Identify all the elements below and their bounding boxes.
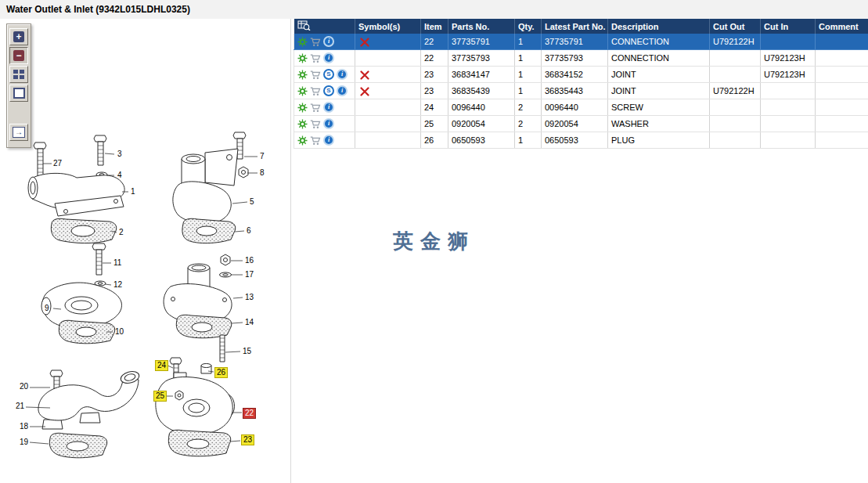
cell-qty: 2 [515, 99, 542, 116]
callout-14[interactable]: 14 [243, 318, 255, 327]
callout-12[interactable]: 12 [112, 280, 124, 290]
info-icon[interactable]: i [323, 102, 334, 113]
cell-parts-no: 0650593 [448, 132, 515, 149]
cell-description: JOINT [608, 83, 710, 99]
column-header-item[interactable]: Item [421, 19, 448, 34]
info-icon[interactable]: i [323, 118, 334, 129]
callout-10[interactable]: 10 [113, 327, 125, 337]
parts-table: Symbol(s)ItemParts No.Qty.Latest Part No… [294, 19, 868, 149]
s-badge-icon[interactable]: S [323, 85, 334, 96]
callout-7[interactable]: 7 [258, 152, 266, 161]
assembly-inlet-2 [164, 254, 232, 362]
table-row[interactable]: Si2336835439136835443JOINTU792122H [294, 83, 868, 99]
cart-icon[interactable] [310, 53, 321, 63]
callout-15[interactable]: 15 [241, 347, 253, 356]
table-row[interactable]: Si2336834147136834152JOINTU792123H [294, 67, 868, 83]
cell-comment [816, 50, 868, 67]
cell-latest-part-no: 37735793 [542, 50, 608, 67]
callout-19[interactable]: 19 [18, 438, 30, 447]
table-row[interactable]: i26065059310650593PLUG [294, 132, 868, 149]
table-row[interactable]: i2237735791137735791CONNECTIONU792122H [294, 34, 868, 50]
gear-icon[interactable] [297, 135, 308, 146]
cell-parts-no: 36834147 [448, 67, 515, 83]
callout-27[interactable]: 27 [52, 159, 63, 168]
row-actions: i [294, 116, 355, 132]
row-actions: Si [294, 67, 355, 83]
cell-cut-in [761, 116, 816, 132]
callout-6[interactable]: 6 [245, 226, 253, 236]
callout-1[interactable]: 1 [129, 187, 137, 196]
table-row[interactable]: i24009644020096440SCREW [294, 99, 868, 116]
callout-13[interactable]: 13 [243, 293, 255, 302]
callout-21[interactable]: 21 [14, 402, 26, 411]
cell-cut-out [710, 116, 761, 132]
s-badge-icon[interactable]: S [323, 69, 334, 80]
callout-5[interactable]: 5 [248, 197, 256, 207]
callout-24[interactable]: 24 [155, 360, 168, 371]
column-header-latest-part-no[interactable]: Latest Part No. [542, 19, 608, 34]
callout-4[interactable]: 4 [116, 171, 124, 180]
gear-icon[interactable] [297, 86, 308, 96]
cell-symbol [355, 99, 421, 116]
toggle-list-button[interactable]: → [9, 124, 28, 141]
cell-description: JOINT [608, 67, 710, 83]
column-header-description[interactable]: Description [608, 19, 710, 34]
info-icon[interactable]: i [337, 85, 348, 96]
callout-16[interactable]: 16 [243, 256, 255, 265]
column-header-qty[interactable]: Qty. [515, 19, 542, 34]
callout-25[interactable]: 25 [153, 391, 167, 402]
cell-qty: 2 [515, 116, 542, 132]
cell-description: PLUG [608, 132, 710, 149]
table-row[interactable]: i2237735793137735793CONNECTIONU792123H [294, 50, 868, 67]
callout-23[interactable]: 23 [241, 434, 254, 445]
watermark: 英金狮 [393, 228, 475, 255]
cart-icon[interactable] [310, 135, 321, 146]
diagram-panel[interactable]: 2734127856111291016171314152021181924262… [0, 19, 291, 483]
gear-icon[interactable] [297, 103, 308, 113]
info-icon[interactable]: i [323, 135, 334, 146]
cell-cut-in [761, 83, 816, 99]
callout-17[interactable]: 17 [243, 270, 255, 279]
cart-icon[interactable] [310, 119, 321, 129]
callout-26[interactable]: 26 [214, 367, 228, 378]
cell-qty: 1 [515, 132, 542, 149]
column-header-comment[interactable]: Comment [816, 19, 868, 34]
callout-18[interactable]: 18 [18, 422, 30, 431]
gear-icon[interactable] [297, 37, 308, 47]
callout-11[interactable]: 11 [112, 258, 123, 268]
gear-icon[interactable] [297, 53, 308, 63]
callout-20[interactable]: 20 [18, 382, 30, 391]
column-header-parts-no[interactable]: Parts No. [448, 19, 515, 34]
fit-icon [13, 88, 25, 99]
column-header-cut-out[interactable]: Cut Out [710, 19, 761, 34]
superseded-x-icon [360, 70, 369, 80]
cell-latest-part-no: 0096440 [542, 99, 608, 116]
callout-9[interactable]: 9 [43, 304, 51, 313]
callout-2[interactable]: 2 [117, 228, 125, 237]
fit-view-button[interactable] [9, 85, 28, 102]
zoom-out-button[interactable]: − [9, 47, 28, 64]
table-row[interactable]: i25092005420920054WASHER [294, 116, 868, 132]
column-header-symbol-s[interactable]: Symbol(s) [355, 19, 421, 34]
info-icon[interactable]: i [323, 52, 334, 63]
callout-8[interactable]: 8 [258, 168, 266, 178]
zoom-in-button[interactable]: + [9, 28, 28, 45]
cart-icon[interactable] [310, 103, 321, 113]
callout-22[interactable]: 22 [243, 408, 256, 419]
info-icon[interactable]: i [337, 69, 348, 80]
tile-view-button[interactable] [9, 66, 28, 83]
cart-icon[interactable] [310, 86, 321, 96]
cart-icon[interactable] [310, 37, 321, 47]
cell-comment [816, 99, 868, 116]
gear-icon[interactable] [297, 119, 308, 129]
cell-comment [816, 34, 868, 50]
callout-3[interactable]: 3 [116, 150, 124, 159]
gear-icon[interactable] [297, 70, 308, 80]
cell-cut-out [710, 50, 761, 67]
cell-symbol [355, 132, 421, 149]
column-header-cut-in[interactable]: Cut In [761, 19, 816, 34]
column-header-actions[interactable] [294, 19, 355, 34]
row-actions: i [294, 132, 355, 149]
info-icon[interactable]: i [323, 36, 334, 47]
cart-icon[interactable] [310, 70, 321, 80]
